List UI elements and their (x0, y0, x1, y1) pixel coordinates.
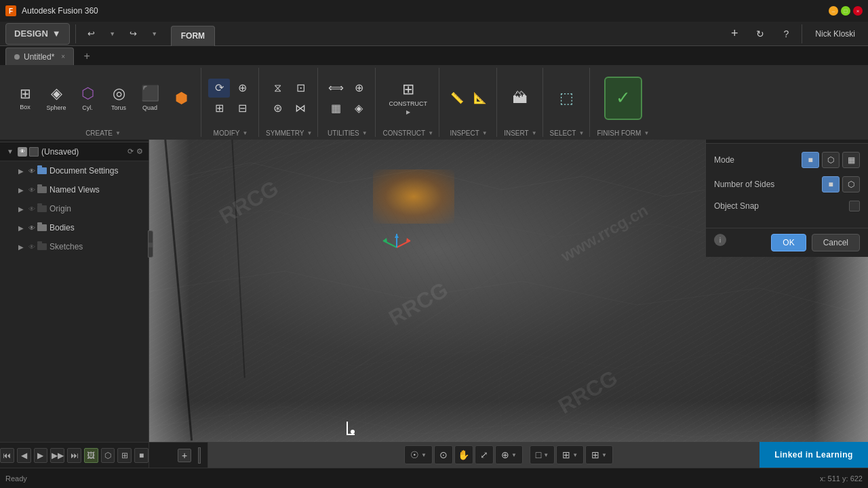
select-label[interactable]: SELECT ▼ (550, 129, 585, 137)
modify-btn-1[interactable]: ⟳ (208, 79, 230, 98)
minimize-button[interactable]: – (829, 6, 838, 16)
visibility-eye-icon[interactable]: 👁 (18, 147, 27, 157)
finish-form-label[interactable]: FINISH FORM ▼ (597, 129, 649, 137)
sketches-toggle[interactable]: ▶ (16, 242, 26, 251)
user-account-button[interactable]: Nick Kloski (808, 24, 863, 43)
symmetry-btn-1[interactable]: ⧖ (267, 79, 288, 98)
insert-label[interactable]: INSERT ▼ (504, 129, 536, 137)
play-button[interactable]: ▶ (34, 448, 48, 463)
construct-button[interactable]: ⊞ CONSTRUCT ▶ (394, 78, 422, 119)
maximize-button[interactable]: □ (841, 6, 850, 16)
utilities-btn-3[interactable]: ▦ (325, 99, 347, 118)
utilities-btn-1[interactable]: ⟺ (325, 79, 347, 98)
new-tab-button[interactable]: + (724, 24, 745, 43)
step-forward-button[interactable]: ▶▶ (50, 448, 64, 463)
bodies-eye[interactable]: 👁 (28, 224, 35, 232)
symmetry-btn-2[interactable]: ⊡ (290, 79, 311, 98)
symmetry-label[interactable]: SYMMETRY ▼ (266, 129, 312, 137)
doc-tab-close[interactable]: × (61, 53, 65, 60)
ok-button[interactable]: OK (771, 234, 806, 251)
snap-view-button[interactable]: ⊙ (434, 445, 453, 464)
named-views-toggle[interactable]: ▶ (16, 185, 26, 195)
settings-icon[interactable]: ⚙ (136, 147, 143, 156)
sketches-eye[interactable]: 👁 (28, 243, 35, 251)
symmetry-btn-4[interactable]: ⋈ (290, 99, 311, 118)
skip-back-button[interactable]: ⏮ (0, 448, 14, 463)
zoom-button[interactable]: ⊕ ▼ (495, 445, 523, 464)
sides-btn-hex[interactable]: ⬡ (842, 176, 860, 192)
snap-view-icon: ⊙ (439, 449, 448, 460)
pan-button[interactable]: ✋ (454, 445, 473, 464)
mode-btn-square[interactable]: ■ (802, 152, 819, 168)
root-toggle[interactable]: ▼ (5, 147, 15, 157)
tree-doc-settings[interactable]: ▶ 👁 Document Settings (0, 161, 149, 180)
zoom-extents-button[interactable]: ⤢ (475, 445, 494, 464)
doc-tab-untitled[interactable]: Untitled* × (5, 47, 74, 65)
create-box-button[interactable]: ⊞ Box (11, 78, 39, 119)
grid-button[interactable]: ⊞ ▼ (556, 445, 584, 464)
sides-btn-square[interactable]: ■ (822, 176, 840, 192)
inspect-btn-1[interactable]: 📏 (446, 89, 468, 108)
redo-dropdown[interactable]: ▼ (149, 24, 160, 43)
modify-label[interactable]: MODIFY ▼ (214, 129, 248, 137)
info-icon[interactable]: i (714, 234, 726, 246)
doc-settings-eye[interactable]: 👁 (28, 167, 35, 175)
modify-btn-3[interactable]: ⊞ (208, 99, 230, 118)
close-button[interactable]: × (853, 6, 863, 16)
timeline-icon-3[interactable]: ⊞ (117, 448, 132, 463)
tree-sketches[interactable]: ▶ 👁 Sketches (0, 237, 149, 256)
timeline-icon-2[interactable]: ⬡ (101, 448, 115, 463)
tree-bodies[interactable]: ▶ 👁 Bodies (0, 218, 149, 237)
timeline-icon-4[interactable]: ■ (134, 448, 149, 463)
origin-toggle[interactable]: ▶ (16, 204, 26, 214)
display-mode-button[interactable]: □ ▼ (530, 445, 555, 464)
tree-root-item[interactable]: ▼ 👁 (Unsaved) ⟳ ⚙ (0, 142, 149, 161)
symmetry-btn-3[interactable]: ⊛ (267, 99, 288, 118)
modify-btn-4[interactable]: ⊟ (231, 99, 253, 118)
help-button[interactable]: ? (776, 24, 796, 43)
sidebar: ◀◀ BROWSER ⚙ | ▼ 👁 (Unsaved) ⟳ ⚙ ▶ 👁 Doc… (0, 122, 149, 442)
unsaved-indicator (14, 54, 20, 60)
form-tab[interactable]: FORM (171, 26, 215, 46)
sync-icon[interactable]: ⟳ (127, 147, 134, 156)
utilities-btn-4[interactable]: ◈ (348, 99, 370, 118)
create-sphere-button[interactable]: ◈ Sphere (42, 78, 71, 119)
select-button[interactable]: ⬚ (553, 78, 581, 119)
step-back-button[interactable]: ◀ (17, 448, 31, 463)
snap-settings-button[interactable]: ⊞ ▼ (585, 445, 613, 464)
camera-button[interactable]: ☉ ▼ (404, 445, 433, 464)
snap-checkbox[interactable] (849, 201, 860, 211)
create-label[interactable]: CREATE ▼ (85, 129, 121, 137)
inspect-btn-2[interactable]: 📐 (469, 89, 491, 108)
finish-form-button[interactable]: ✓ (604, 77, 642, 120)
create-quad-button[interactable]: ⬛ Quad (136, 78, 164, 119)
inspect-label[interactable]: INSPECT ▼ (450, 129, 487, 137)
insert-button[interactable]: 🏔 (506, 78, 534, 119)
redo-button[interactable]: ↪ (123, 24, 144, 43)
mode-btn-grid[interactable]: ▦ (842, 152, 860, 168)
skip-forward-button[interactable]: ⏭ (67, 448, 81, 463)
doc-settings-toggle[interactable]: ▶ (16, 166, 26, 176)
tree-named-views[interactable]: ▶ 👁 Named Views (0, 180, 149, 199)
timeline-icon-1[interactable]: 🖼 (84, 448, 98, 463)
ribbon-group-finish-form: ✓ FINISH FORM ▼ (591, 68, 654, 137)
undo-dropdown[interactable]: ▼ (107, 24, 118, 43)
construct-label[interactable]: CONSTRUCT ▼ (382, 129, 433, 137)
named-views-eye[interactable]: 👁 (28, 186, 35, 194)
design-dropdown-button[interactable]: DESIGN ▼ (5, 23, 70, 45)
origin-eye[interactable]: 👁 (28, 205, 35, 213)
utilities-label[interactable]: UTILITIES ▼ (328, 129, 368, 137)
utilities-btn-2[interactable]: ⊕ (348, 79, 370, 98)
cancel-button[interactable]: Cancel (812, 234, 860, 251)
tree-origin[interactable]: ▶ 👁 Origin (0, 199, 149, 218)
create-cylinder-button[interactable]: ⬡ Cyl. (73, 78, 102, 119)
bodies-toggle[interactable]: ▶ (16, 223, 26, 232)
create-torus-button[interactable]: ◎ Torus (104, 78, 133, 119)
refresh-button[interactable]: ↻ (750, 24, 770, 43)
sidebar-resize-handle[interactable]: ||| (148, 230, 153, 258)
undo-button[interactable]: ↩ (81, 24, 102, 43)
modify-btn-2[interactable]: ⊕ (231, 79, 253, 98)
new-tab-plus[interactable]: + (78, 47, 96, 65)
mode-btn-hex[interactable]: ⬡ (822, 152, 840, 168)
create-pipe-button[interactable]: ⬢ (167, 78, 195, 119)
